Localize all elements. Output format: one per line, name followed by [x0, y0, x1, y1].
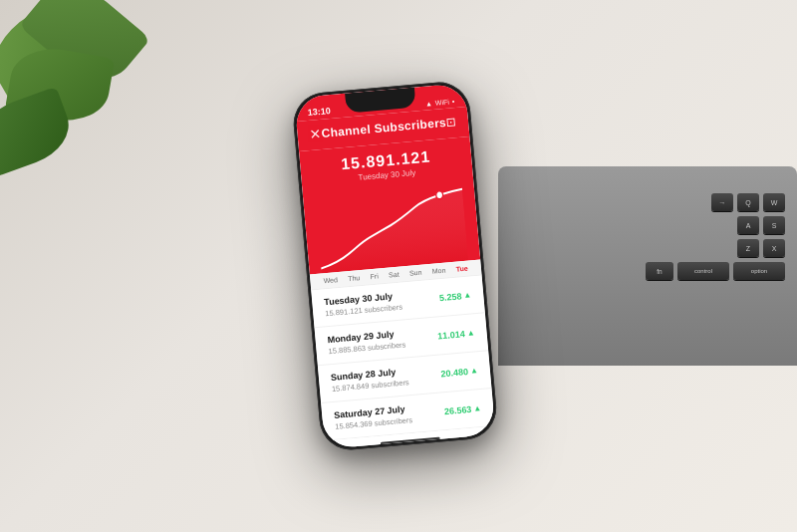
- list-item-left: Sunday 28 July 15.874.849 subscribers: [331, 366, 410, 394]
- key-q: Q: [737, 193, 759, 211]
- phone: 13:10 ▲ WiFi ▪ ✕ Channel Subscribers ⊡ 1…: [291, 80, 499, 452]
- list-item-left: Saturday 27 July 15.854.369 subscribers: [334, 403, 413, 431]
- trend-up-icon: ▲: [463, 290, 472, 300]
- list-item-count: 11.014: [437, 329, 465, 341]
- signal-icon: ▲: [425, 100, 433, 108]
- key-row-bottom: fn control option: [510, 262, 785, 280]
- key-a: A: [737, 216, 759, 234]
- list-item-left: Monday 29 July 15.885.863 subscribers: [327, 328, 406, 356]
- status-icons: ▲ WiFi ▪: [425, 98, 455, 108]
- status-time: 13:10: [307, 106, 331, 118]
- key-fn: fn: [646, 262, 673, 280]
- day-sun: Sun: [409, 269, 422, 277]
- day-fri: Fri: [370, 273, 379, 281]
- key-control: control: [677, 262, 729, 280]
- battery-icon: ▪: [451, 98, 454, 105]
- list-item-right: 11.014 ▲: [437, 328, 475, 341]
- list-item-right: 5.258 ▲: [438, 290, 471, 303]
- day-thu: Thu: [348, 274, 361, 282]
- key-row-2: A S: [510, 216, 785, 234]
- chart-svg: [315, 181, 468, 274]
- key-z: Z: [737, 239, 759, 257]
- header-title: Channel Subscribers: [321, 116, 446, 140]
- list-container: Tuesday 30 July 15.891.121 subscribers 5…: [311, 275, 495, 440]
- key-w: W: [763, 193, 785, 211]
- keyboard-rows: → Q W A S Z X fn control option: [510, 193, 785, 280]
- key-s: S: [763, 216, 785, 234]
- list-item-count: 26.563: [443, 403, 471, 415]
- trend-up-icon: ▲: [466, 328, 475, 338]
- laptop: → Q W A S Z X fn control option: [498, 0, 797, 532]
- key-x: X: [763, 239, 785, 257]
- day-sat: Sat: [389, 271, 399, 279]
- phone-container: 13:10 ▲ WiFi ▪ ✕ Channel Subscribers ⊡ 1…: [291, 80, 499, 452]
- key-row-3: Z X: [510, 239, 785, 257]
- key-row-1: → Q W: [510, 193, 785, 211]
- list-item-right: 26.563 ▲: [443, 403, 481, 416]
- day-mon: Mon: [431, 267, 445, 275]
- close-button[interactable]: ✕: [309, 126, 322, 142]
- svg-point-0: [435, 191, 443, 200]
- list-item-right: 20.480 ▲: [440, 366, 478, 379]
- day-tue: Tue: [455, 265, 468, 273]
- day-wed: Wed: [323, 276, 338, 284]
- camera-icon[interactable]: ⊡: [445, 115, 456, 130]
- list-item-count: 5.258: [438, 291, 461, 303]
- plant-decoration: [0, 0, 179, 269]
- chart-area: 15.891.121 Tuesday 30 July: [299, 136, 480, 275]
- keyboard: → Q W A S Z X fn control option: [498, 166, 797, 366]
- list-item-left: Tuesday 30 July 15.891.121 subscribers: [324, 291, 403, 319]
- wifi-icon: WiFi: [435, 99, 450, 107]
- key-arrow: →: [711, 193, 733, 211]
- key-option: option: [733, 262, 785, 280]
- phone-screen: 13:10 ▲ WiFi ▪ ✕ Channel Subscribers ⊡ 1…: [294, 83, 495, 449]
- trend-up-icon: ▲: [473, 403, 482, 413]
- trend-up-icon: ▲: [470, 366, 479, 376]
- list-item-count: 20.480: [440, 367, 468, 379]
